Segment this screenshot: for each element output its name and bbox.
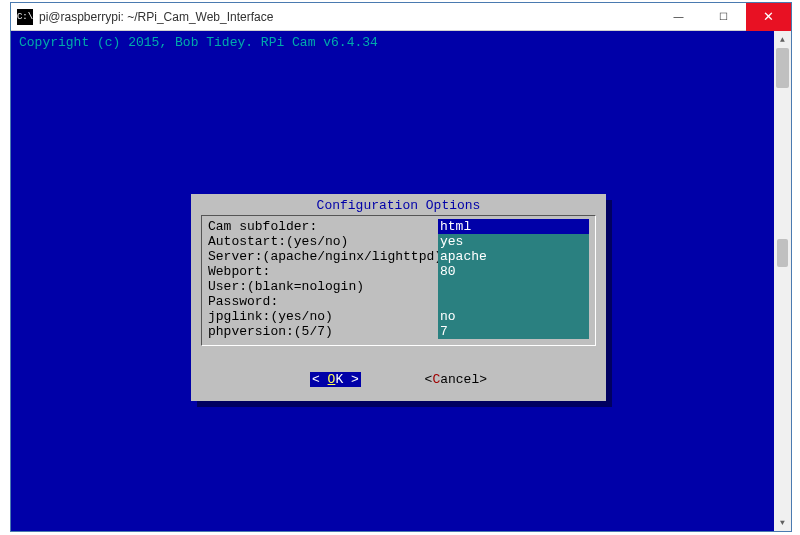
config-field-row[interactable]: Webport:80 (208, 264, 589, 279)
maximize-button[interactable]: ☐ (701, 3, 746, 31)
field-value[interactable]: apache (438, 249, 589, 264)
config-field-row[interactable]: Cam subfolder:html (208, 219, 589, 234)
field-value[interactable]: yes (438, 234, 589, 249)
copyright-line: Copyright (c) 2015, Bob Tidey. RPi Cam v… (19, 35, 783, 50)
titlebar[interactable]: C:\ pi@raspberrypi: ~/RPi_Cam_Web_Interf… (11, 3, 791, 31)
field-label: Autostart:(yes/no) (208, 234, 438, 249)
scrollbar-thumb[interactable] (776, 48, 789, 88)
config-dialog: Configuration Options Cam subfolder:html… (191, 194, 606, 401)
app-icon: C:\ (17, 9, 33, 25)
field-value[interactable]: html (438, 219, 589, 234)
cancel-button[interactable]: <Cancel> (425, 372, 487, 387)
field-box: Cam subfolder:htmlAutostart:(yes/no)yesS… (201, 215, 596, 346)
dialog-title: Configuration Options (201, 198, 596, 213)
config-field-row[interactable]: User:(blank=nologin) (208, 279, 589, 294)
field-value[interactable] (438, 279, 589, 294)
config-field-row[interactable]: Server:(apache/nginx/lighttpd)apache (208, 249, 589, 264)
field-label: Cam subfolder: (208, 219, 438, 234)
minimize-button[interactable]: — (656, 3, 701, 31)
field-value[interactable] (438, 294, 589, 309)
dialog-buttons: < OK > <Cancel> (201, 372, 596, 387)
window-controls: — ☐ ✕ (656, 3, 791, 31)
config-field-row[interactable]: Autostart:(yes/no)yes (208, 234, 589, 249)
close-button[interactable]: ✕ (746, 3, 791, 31)
field-value[interactable]: 80 (438, 264, 589, 279)
terminal-area[interactable]: Copyright (c) 2015, Bob Tidey. RPi Cam v… (11, 31, 791, 531)
field-value[interactable]: no (438, 309, 589, 324)
scroll-up-icon[interactable]: ▲ (774, 31, 791, 48)
config-field-row[interactable]: Password: (208, 294, 589, 309)
config-field-row[interactable]: phpversion:(5/7)7 (208, 324, 589, 339)
field-label: Webport: (208, 264, 438, 279)
config-field-row[interactable]: jpglink:(yes/no)no (208, 309, 589, 324)
vertical-scrollbar[interactable]: ▲ ▼ (774, 31, 791, 531)
field-value[interactable]: 7 (438, 324, 589, 339)
terminal-window: C:\ pi@raspberrypi: ~/RPi_Cam_Web_Interf… (10, 2, 792, 532)
field-label: Password: (208, 294, 438, 309)
field-label: jpglink:(yes/no) (208, 309, 438, 324)
field-label: User:(blank=nologin) (208, 279, 438, 294)
scroll-down-icon[interactable]: ▼ (774, 514, 791, 531)
ok-button[interactable]: < OK > (310, 372, 361, 387)
field-label: Server:(apache/nginx/lighttpd) (208, 249, 438, 264)
window-title: pi@raspberrypi: ~/RPi_Cam_Web_Interface (39, 10, 656, 24)
field-label: phpversion:(5/7) (208, 324, 438, 339)
scrollbar-thumb[interactable] (777, 239, 788, 267)
